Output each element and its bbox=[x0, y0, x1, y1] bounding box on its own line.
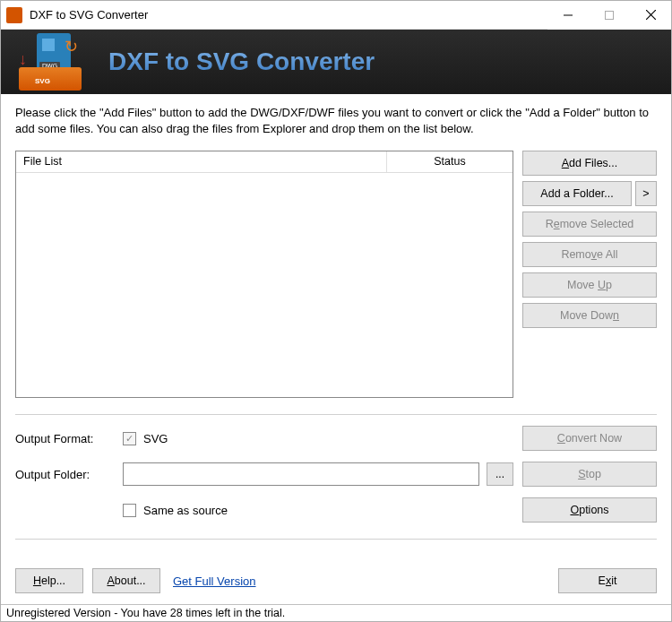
minimize-icon bbox=[564, 11, 573, 20]
file-list-header: File List Status bbox=[16, 151, 513, 173]
same-as-source-row: Same as source Options bbox=[15, 497, 657, 523]
close-icon bbox=[646, 10, 656, 20]
svg-rect-1 bbox=[606, 11, 614, 19]
separator-bottom bbox=[15, 539, 657, 540]
output-folder-row: Output Folder: ... Stop bbox=[15, 462, 657, 487]
options-button[interactable]: Options bbox=[522, 497, 657, 523]
body-area: Please click the "Add Files" button to a… bbox=[1, 94, 671, 604]
form-area: Output Format: SVG Convert Now Output Fo… bbox=[15, 426, 657, 523]
banner: DWG ↻ ↓ SVG DXF to SVG Converter bbox=[1, 30, 671, 94]
output-folder-label: Output Folder: bbox=[15, 468, 123, 481]
titlebar: DXF to SVG Converter bbox=[1, 1, 671, 30]
convert-now-button[interactable]: Convert Now bbox=[522, 426, 657, 451]
add-files-button[interactable]: Add Files... bbox=[522, 151, 657, 176]
output-folder-input[interactable] bbox=[123, 462, 479, 486]
file-list-body[interactable] bbox=[16, 173, 513, 397]
column-file[interactable]: File List bbox=[16, 151, 387, 172]
help-button[interactable]: Help... bbox=[15, 568, 83, 593]
window-title: DXF to SVG Converter bbox=[30, 8, 547, 22]
same-as-source-checkbox[interactable] bbox=[123, 504, 136, 517]
main-row: File List Status Add Files... Add a Fold… bbox=[15, 151, 657, 398]
window-controls bbox=[547, 1, 671, 30]
stop-button[interactable]: Stop bbox=[522, 462, 657, 487]
svg-checkbox-label: SVG bbox=[143, 432, 168, 445]
minimize-button[interactable] bbox=[547, 1, 589, 30]
maximize-button[interactable] bbox=[589, 1, 630, 30]
add-folder-row: Add a Folder... > bbox=[522, 181, 657, 206]
svg-checkbox bbox=[123, 432, 136, 445]
remove-all-button[interactable]: Remove All bbox=[522, 242, 657, 267]
separator bbox=[15, 414, 657, 415]
status-bar: Unregistered Version - You have 28 times… bbox=[1, 604, 671, 621]
app-icon bbox=[6, 7, 22, 23]
about-button[interactable]: About... bbox=[92, 568, 160, 593]
exit-button[interactable]: Exit bbox=[558, 568, 657, 593]
add-folder-dropdown-button[interactable]: > bbox=[635, 181, 657, 206]
same-as-source-label: Same as source bbox=[143, 504, 228, 517]
output-format-row: Output Format: SVG Convert Now bbox=[15, 426, 657, 451]
banner-logo-icon: DWG ↻ ↓ SVG bbox=[19, 33, 82, 91]
get-full-version-link[interactable]: Get Full Version bbox=[173, 574, 256, 588]
column-status[interactable]: Status bbox=[387, 151, 513, 172]
move-down-button[interactable]: Move Down bbox=[522, 303, 657, 328]
output-format-label: Output Format: bbox=[15, 432, 123, 445]
banner-title: DXF to SVG Converter bbox=[108, 48, 375, 76]
close-button[interactable] bbox=[630, 1, 671, 30]
file-list[interactable]: File List Status bbox=[15, 151, 513, 398]
bottom-row: Help... About... Get Full Version Exit bbox=[15, 566, 657, 600]
browse-folder-button[interactable]: ... bbox=[487, 462, 513, 486]
add-folder-button[interactable]: Add a Folder... bbox=[522, 181, 632, 206]
maximize-icon bbox=[605, 11, 614, 20]
app-window: DXF to SVG Converter DWG ↻ ↓ SVG DXF to … bbox=[0, 0, 672, 622]
instructions-text: Please click the "Add Files" button to a… bbox=[15, 105, 657, 136]
remove-selected-button[interactable]: Remove Selected bbox=[522, 212, 657, 237]
side-button-column: Add Files... Add a Folder... > Remove Se… bbox=[522, 151, 657, 398]
move-up-button[interactable]: Move Up bbox=[522, 272, 657, 298]
